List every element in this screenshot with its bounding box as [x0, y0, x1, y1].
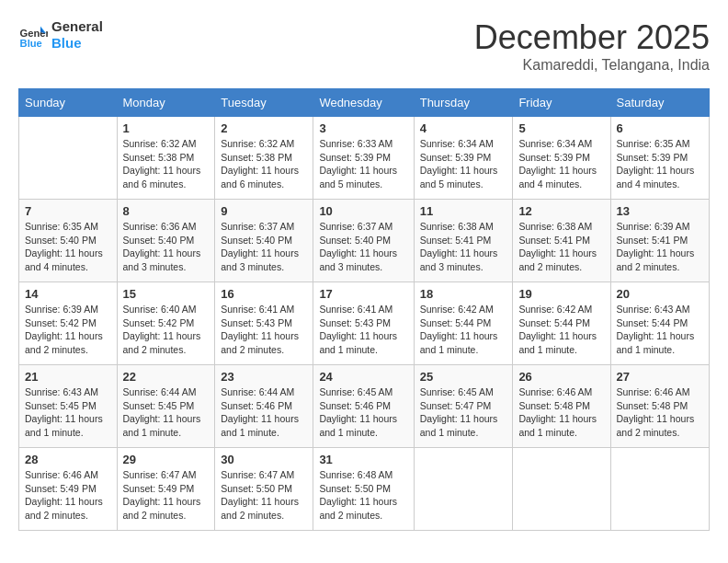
day-detail: Sunrise: 6:32 AMSunset: 5:38 PMDaylight:…: [221, 137, 307, 191]
calendar-day-cell: 10Sunrise: 6:37 AMSunset: 5:40 PMDayligh…: [313, 200, 414, 282]
day-detail: Sunrise: 6:42 AMSunset: 5:44 PMDaylight:…: [518, 303, 604, 357]
day-number: 22: [123, 370, 210, 384]
calendar-day-cell: 2Sunrise: 6:32 AMSunset: 5:38 PMDaylight…: [215, 117, 313, 200]
calendar-day-cell: 12Sunrise: 6:38 AMSunset: 5:41 PMDayligh…: [513, 200, 610, 282]
calendar-week-row: 1Sunrise: 6:32 AMSunset: 5:38 PMDaylight…: [19, 117, 710, 200]
calendar-day-cell: 8Sunrise: 6:36 AMSunset: 5:40 PMDaylight…: [117, 200, 215, 282]
weekday-header-cell: Friday: [513, 89, 610, 117]
day-number: 29: [123, 453, 210, 466]
calendar-day-cell: 17Sunrise: 6:41 AMSunset: 5:43 PMDayligh…: [313, 282, 414, 365]
day-detail: Sunrise: 6:42 AMSunset: 5:44 PMDaylight:…: [420, 303, 507, 357]
day-number: 20: [617, 287, 704, 301]
day-number: 24: [319, 370, 407, 384]
svg-text:Blue: Blue: [20, 38, 42, 49]
day-detail: Sunrise: 6:46 AMSunset: 5:49 PMDaylight:…: [25, 468, 111, 523]
day-number: 2: [221, 121, 307, 135]
calendar-day-cell: 16Sunrise: 6:41 AMSunset: 5:43 PMDayligh…: [215, 282, 313, 365]
calendar-table: SundayMondayTuesdayWednesdayThursdayFrid…: [18, 88, 710, 531]
day-detail: Sunrise: 6:40 AMSunset: 5:42 PMDaylight:…: [123, 303, 210, 357]
calendar-day-cell: 23Sunrise: 6:44 AMSunset: 5:46 PMDayligh…: [215, 365, 313, 448]
day-detail: Sunrise: 6:38 AMSunset: 5:41 PMDaylight:…: [420, 220, 507, 274]
day-number: 7: [25, 204, 111, 218]
calendar-day-cell: 6Sunrise: 6:35 AMSunset: 5:39 PMDaylight…: [610, 117, 710, 200]
day-detail: Sunrise: 6:34 AMSunset: 5:39 PMDaylight:…: [518, 137, 604, 191]
day-number: 5: [518, 121, 604, 135]
day-number: 14: [25, 287, 111, 301]
day-number: 10: [319, 204, 407, 218]
calendar-day-cell: [19, 117, 118, 200]
calendar-week-row: 28Sunrise: 6:46 AMSunset: 5:49 PMDayligh…: [19, 448, 710, 531]
calendar-day-cell: [610, 448, 710, 531]
day-number: 26: [518, 370, 604, 384]
calendar-day-cell: 30Sunrise: 6:47 AMSunset: 5:50 PMDayligh…: [215, 448, 313, 531]
day-detail: Sunrise: 6:47 AMSunset: 5:50 PMDaylight:…: [221, 468, 307, 523]
day-number: 15: [123, 287, 210, 301]
day-number: 13: [617, 204, 704, 218]
calendar-day-cell: 9Sunrise: 6:37 AMSunset: 5:40 PMDaylight…: [215, 200, 313, 282]
logo: General Blue General Blue: [18, 18, 103, 52]
day-detail: Sunrise: 6:37 AMSunset: 5:40 PMDaylight:…: [319, 220, 407, 274]
calendar-day-cell: 1Sunrise: 6:32 AMSunset: 5:38 PMDaylight…: [117, 117, 215, 200]
logo-line1: General: [51, 18, 103, 35]
day-detail: Sunrise: 6:41 AMSunset: 5:43 PMDaylight:…: [221, 303, 307, 357]
calendar-day-cell: 24Sunrise: 6:45 AMSunset: 5:46 PMDayligh…: [313, 365, 414, 448]
calendar-day-cell: 11Sunrise: 6:38 AMSunset: 5:41 PMDayligh…: [414, 200, 513, 282]
weekday-header-cell: Tuesday: [215, 89, 313, 117]
weekday-header-row: SundayMondayTuesdayWednesdayThursdayFrid…: [19, 89, 710, 117]
day-number: 9: [221, 204, 307, 218]
day-number: 12: [518, 204, 604, 218]
calendar-day-cell: 20Sunrise: 6:43 AMSunset: 5:44 PMDayligh…: [610, 282, 710, 365]
day-number: 6: [617, 121, 704, 135]
day-number: 27: [617, 370, 704, 384]
day-number: 1: [123, 121, 210, 135]
calendar-day-cell: 26Sunrise: 6:46 AMSunset: 5:48 PMDayligh…: [513, 365, 610, 448]
day-number: 25: [420, 370, 507, 384]
day-detail: Sunrise: 6:45 AMSunset: 5:46 PMDaylight:…: [319, 385, 407, 440]
day-detail: Sunrise: 6:43 AMSunset: 5:45 PMDaylight:…: [25, 385, 111, 440]
day-detail: Sunrise: 6:44 AMSunset: 5:45 PMDaylight:…: [123, 385, 210, 440]
day-detail: Sunrise: 6:39 AMSunset: 5:41 PMDaylight:…: [617, 220, 704, 274]
day-detail: Sunrise: 6:47 AMSunset: 5:49 PMDaylight:…: [123, 468, 210, 523]
calendar-week-row: 7Sunrise: 6:35 AMSunset: 5:40 PMDaylight…: [19, 200, 710, 282]
calendar-day-cell: 21Sunrise: 6:43 AMSunset: 5:45 PMDayligh…: [19, 365, 118, 448]
calendar-day-cell: 25Sunrise: 6:45 AMSunset: 5:47 PMDayligh…: [414, 365, 513, 448]
day-number: 18: [420, 287, 507, 301]
calendar-day-cell: 13Sunrise: 6:39 AMSunset: 5:41 PMDayligh…: [610, 200, 710, 282]
page-header: General Blue General Blue December 2025 …: [18, 18, 710, 74]
calendar-week-row: 14Sunrise: 6:39 AMSunset: 5:42 PMDayligh…: [19, 282, 710, 365]
title-block: December 2025 Kamareddi, Telangana, Indi…: [474, 18, 710, 74]
day-detail: Sunrise: 6:34 AMSunset: 5:39 PMDaylight:…: [420, 137, 507, 191]
day-detail: Sunrise: 6:46 AMSunset: 5:48 PMDaylight:…: [617, 385, 704, 440]
day-detail: Sunrise: 6:35 AMSunset: 5:40 PMDaylight:…: [25, 220, 111, 274]
weekday-header-cell: Sunday: [19, 89, 118, 117]
calendar-day-cell: 14Sunrise: 6:39 AMSunset: 5:42 PMDayligh…: [19, 282, 118, 365]
day-number: 4: [420, 121, 507, 135]
calendar-day-cell: 29Sunrise: 6:47 AMSunset: 5:49 PMDayligh…: [117, 448, 215, 531]
calendar-day-cell: 31Sunrise: 6:48 AMSunset: 5:50 PMDayligh…: [313, 448, 414, 531]
calendar-day-cell: 28Sunrise: 6:46 AMSunset: 5:49 PMDayligh…: [19, 448, 118, 531]
weekday-header-cell: Thursday: [414, 89, 513, 117]
day-detail: Sunrise: 6:32 AMSunset: 5:38 PMDaylight:…: [123, 137, 210, 191]
logo-line2: Blue: [51, 35, 103, 52]
weekday-header-cell: Saturday: [610, 89, 710, 117]
calendar-day-cell: 15Sunrise: 6:40 AMSunset: 5:42 PMDayligh…: [117, 282, 215, 365]
day-number: 21: [25, 370, 111, 384]
day-number: 8: [123, 204, 210, 218]
day-detail: Sunrise: 6:48 AMSunset: 5:50 PMDaylight:…: [319, 468, 407, 523]
calendar-day-cell: 19Sunrise: 6:42 AMSunset: 5:44 PMDayligh…: [513, 282, 610, 365]
calendar-day-cell: 22Sunrise: 6:44 AMSunset: 5:45 PMDayligh…: [117, 365, 215, 448]
calendar-day-cell: 4Sunrise: 6:34 AMSunset: 5:39 PMDaylight…: [414, 117, 513, 200]
calendar-week-row: 21Sunrise: 6:43 AMSunset: 5:45 PMDayligh…: [19, 365, 710, 448]
day-detail: Sunrise: 6:44 AMSunset: 5:46 PMDaylight:…: [221, 385, 307, 440]
day-detail: Sunrise: 6:43 AMSunset: 5:44 PMDaylight:…: [617, 303, 704, 357]
day-detail: Sunrise: 6:36 AMSunset: 5:40 PMDaylight:…: [123, 220, 210, 274]
day-number: 17: [319, 287, 407, 301]
weekday-header-cell: Monday: [117, 89, 215, 117]
calendar-body: 1Sunrise: 6:32 AMSunset: 5:38 PMDaylight…: [19, 117, 710, 531]
day-detail: Sunrise: 6:35 AMSunset: 5:39 PMDaylight:…: [617, 137, 704, 191]
calendar-day-cell: 18Sunrise: 6:42 AMSunset: 5:44 PMDayligh…: [414, 282, 513, 365]
day-detail: Sunrise: 6:46 AMSunset: 5:48 PMDaylight:…: [518, 385, 604, 440]
day-number: 16: [221, 287, 307, 301]
day-number: 30: [221, 453, 307, 466]
location: Kamareddi, Telangana, India: [474, 57, 710, 74]
